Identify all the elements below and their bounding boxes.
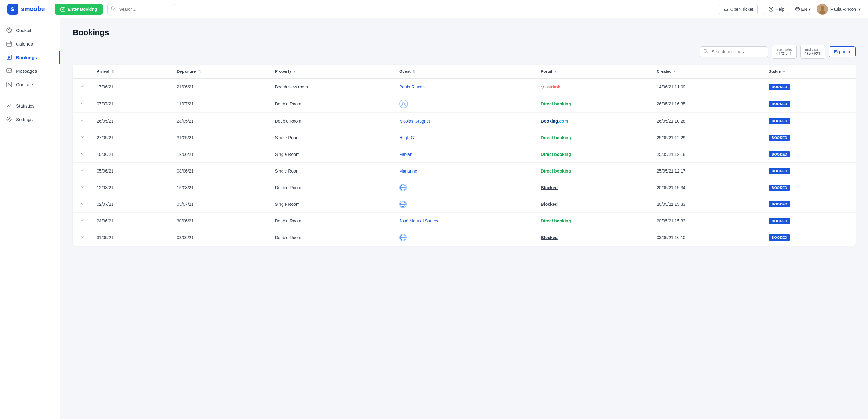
cell-property: Double Room (270, 229, 394, 246)
cell-created: 20/05/21 15:33 (652, 196, 764, 213)
sidebar-item-bookings[interactable]: Bookings (0, 51, 60, 64)
table-row: 26/05/2128/05/21Double RoomNicolas Grogn… (73, 113, 856, 129)
cell-guest: Fabian (394, 146, 536, 163)
booked-badge: BOOKED (769, 201, 790, 207)
home-icon (6, 27, 12, 33)
booked-badge: BOOKED (769, 101, 790, 107)
user-menu-button[interactable]: Paula Rincon ▾ (817, 4, 861, 15)
cell-arrival: 10/06/21 (92, 146, 172, 163)
expand-button[interactable] (78, 234, 87, 241)
page-title: Bookings (73, 28, 856, 37)
cell-portal: Direct booking (536, 129, 652, 146)
sidebar-item-cockpit[interactable]: Cockpit (0, 23, 60, 37)
help-button[interactable]: ? Help (764, 4, 789, 14)
cell-arrival: 26/05/21 (92, 113, 172, 129)
export-chevron-icon: ▾ (848, 49, 850, 54)
cell-portal: Blocked (536, 179, 652, 196)
col-created[interactable]: Created ▾ (652, 65, 764, 78)
cell-departure: 05/07/21 (172, 196, 270, 213)
svg-text:S: S (11, 7, 14, 12)
cell-property: Beach view room (270, 78, 394, 95)
table-row: 31/05/2103/06/21Double RoomBlocked03/05/… (73, 229, 856, 246)
enter-booking-label: Enter Booking (68, 7, 97, 12)
expand-button[interactable] (78, 167, 87, 175)
col-status[interactable]: Status ▾ (764, 65, 856, 78)
col-portal[interactable]: Portal ▾ (536, 65, 652, 78)
cell-portal: Blocked (536, 229, 652, 246)
cell-arrival: 31/05/21 (92, 229, 172, 246)
guest-user-icon (399, 99, 408, 108)
sidebar-item-settings[interactable]: Settings (0, 113, 60, 126)
logo-icon: S (7, 4, 19, 15)
col-property[interactable]: Property ▾ (270, 65, 394, 78)
guest-link[interactable]: Fabian (399, 152, 412, 157)
sidebar-item-calendar[interactable]: Calendar (0, 37, 60, 51)
cell-created: 25/05/21 12:29 (652, 129, 764, 146)
calendar-icon (6, 41, 12, 47)
sidebar-label-statistics: Statistics (16, 103, 34, 109)
cell-departure: 12/06/21 (172, 146, 270, 163)
cell-arrival: 27/05/21 (92, 129, 172, 146)
main-layout: Cockpit Calendar Bookings Messages Conta… (0, 19, 868, 419)
booked-badge: BOOKED (769, 84, 790, 90)
svg-rect-33 (7, 69, 12, 72)
departure-sort-icon: ⇅ (198, 70, 201, 73)
cell-departure: 11/07/21 (172, 95, 270, 113)
svg-line-8 (114, 9, 115, 10)
expand-button[interactable] (78, 150, 87, 158)
start-date-field[interactable]: Start date: 01/01/21 (772, 45, 797, 59)
cell-departure: 21/06/21 (172, 78, 270, 95)
cell-arrival: 05/06/21 (92, 163, 172, 179)
calendar-plus-icon (60, 7, 65, 12)
user-chevron-icon: ▾ (859, 7, 861, 12)
guest-link[interactable]: Hugh G. (399, 135, 415, 140)
cell-status: BOOKED (764, 163, 856, 179)
expand-button[interactable] (78, 200, 87, 208)
cell-guest: Hugh G. (394, 129, 536, 146)
svg-point-36 (9, 119, 10, 120)
sidebar-label-bookings: Bookings (16, 55, 37, 60)
enter-booking-button[interactable]: Enter Booking (55, 4, 103, 15)
guest-link[interactable]: Paula Rincón (399, 84, 425, 89)
avatar (817, 4, 828, 15)
expand-button[interactable] (78, 184, 87, 191)
col-guest[interactable]: Guest ⇅ (394, 65, 536, 78)
expand-button[interactable] (78, 83, 87, 91)
sidebar-item-messages[interactable]: Messages (0, 64, 60, 78)
top-search-input[interactable] (107, 4, 175, 14)
expand-button[interactable] (78, 134, 87, 142)
user-name: Paula Rincon (830, 7, 856, 12)
col-arrival[interactable]: Arrival ⇅ (92, 65, 172, 78)
cell-status: BOOKED (764, 113, 856, 129)
direct-booking-label: Direct booking (541, 169, 571, 174)
col-departure[interactable]: Departure ⇅ (172, 65, 270, 78)
status-sort-icon: ▾ (783, 70, 785, 73)
sidebar-label-settings: Settings (16, 117, 33, 122)
sidebar-item-statistics[interactable]: Statistics (0, 99, 60, 113)
expand-button[interactable] (78, 100, 87, 108)
end-date-field[interactable]: End date: 16/06/21 (800, 45, 825, 59)
open-ticket-label: Open Ticket (730, 7, 753, 12)
guest-link[interactable]: Nicolas Grognet (399, 119, 430, 124)
language-button[interactable]: EN ▾ (795, 7, 810, 12)
direct-booking-label: Direct booking (541, 101, 571, 106)
expand-button[interactable] (78, 217, 87, 225)
cell-guest (394, 229, 536, 246)
booked-badge: BOOKED (769, 118, 790, 124)
cell-property: Double Room (270, 113, 394, 129)
guest-link[interactable]: José Manuel Santos (399, 218, 438, 223)
cell-departure: 03/06/21 (172, 229, 270, 246)
export-button[interactable]: Export ▾ (829, 46, 856, 57)
cell-status: BOOKED (764, 78, 856, 95)
guest-sort-icon: ⇅ (413, 70, 415, 73)
cell-property: Single Room (270, 129, 394, 146)
bookingcom-label: Booking.com (541, 119, 568, 124)
sidebar-item-contacts[interactable]: Contacts (0, 78, 60, 91)
open-ticket-button[interactable]: Open Ticket (719, 4, 758, 14)
cell-portal: Direct booking (536, 163, 652, 179)
expand-button[interactable] (78, 117, 87, 125)
guest-link[interactable]: Marianne (399, 169, 417, 174)
filter-search-input[interactable] (700, 46, 768, 57)
cell-guest (394, 95, 536, 113)
cell-status: BOOKED (764, 213, 856, 229)
